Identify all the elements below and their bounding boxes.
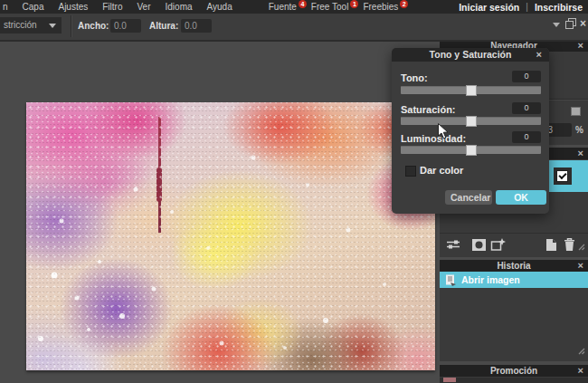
hue-value-field[interactable]: 0 [512,71,541,82]
sign-up-link[interactable]: Inscribirse [535,2,583,13]
layer-style-icon[interactable] [490,238,507,255]
hue-slider-handle[interactable] [466,85,477,96]
close-icon[interactable]: × [580,18,586,29]
navigator-zoom-unit: % [575,125,583,135]
promotion-panel-titlebar[interactable]: Promoción × [440,365,588,377]
menu-item-free-tool[interactable]: Free Tool 1 [304,2,356,12]
colorize-checkbox[interactable] [405,166,416,177]
layer-mask-icon[interactable] [471,238,487,255]
close-icon[interactable]: × [578,260,583,272]
lightness-slider[interactable] [401,146,541,154]
history-item-open-image[interactable]: Abrir imagen [440,272,588,288]
saturation-value-field[interactable]: 0 [512,102,541,114]
chevron-down-icon[interactable] [553,23,560,27]
delete-layer-icon[interactable] [564,238,575,255]
dialog-title: Tono y Saturación [430,49,512,60]
layer-visibility-checkbox[interactable] [556,170,568,182]
toolbar-divider [71,15,72,37]
hue-label: Tono: [401,72,428,83]
panel-resize-handle[interactable] [578,238,585,254]
paint-splatter-dots [26,102,28,104]
menu-item-free-tool-label: Free Tool [311,2,349,12]
lightness-value-field[interactable]: 0 [512,131,541,143]
menu-item-freebies[interactable]: Freebies 2 [356,2,405,12]
toolbar-window-controls: × [553,18,586,29]
ok-button[interactable]: OK [496,190,546,205]
history-item-label: Abrir imagen [461,274,520,285]
history-panel-title: Historia [497,261,530,271]
menu-item-filtro[interactable]: Filtro [95,2,129,12]
height-label: Altura: [149,21,178,31]
lightness-label: Luminosidad: [401,133,466,144]
colorize-label: Dar color [420,165,463,176]
notification-badge: 2 [400,0,408,8]
hue-slider[interactable] [401,86,541,94]
saturation-slider[interactable] [401,117,541,125]
menu-item-fuente[interactable]: Fuente 4 [261,2,304,12]
menu-item-ver[interactable]: Ver [130,2,158,12]
history-panel-titlebar[interactable]: Historia × [440,260,588,272]
menu-item-fuente-label: Fuente [269,2,297,12]
menu-item-capa[interactable]: Capa [15,2,52,12]
width-field[interactable]: 0.0 [110,19,141,33]
close-icon[interactable]: × [536,48,542,62]
promotion-panel: Promoción × [440,365,588,383]
layer-visibility-frame [554,168,572,185]
chevron-down-icon [49,24,56,28]
dialog-titlebar[interactable]: Tono y Saturación × [392,48,549,62]
promotion-panel-body [440,378,588,383]
navigator-zoom-slider-handle[interactable] [571,107,581,116]
layers-panel-footer [440,233,588,257]
menu-item-ayuda[interactable]: Ayuda [200,2,240,12]
cancel-button[interactable]: Cancelar [445,190,492,205]
hue-saturation-dialog: Tono y Saturación × Tono: 0 Saturación: … [392,48,549,214]
panel-resize-handle[interactable] [578,342,585,359]
promotion-panel-title: Promoción [490,366,537,376]
width-label: Ancho: [78,21,109,31]
menu-item-freebies-label: Freebies [363,2,398,12]
canvas-image[interactable] [26,102,435,370]
lightness-slider-handle[interactable] [466,145,477,156]
saturation-slider-handle[interactable] [466,116,477,127]
menu-item-partial[interactable]: n [0,2,15,12]
history-panel: Historia × Abrir imagen [440,260,588,361]
saturation-label: Saturación: [401,104,456,115]
promotion-thumbnail [443,378,456,382]
close-icon[interactable]: × [578,365,583,377]
height-field[interactable]: 0.0 [181,19,212,33]
menu-item-ajustes[interactable]: Ajustes [51,2,95,12]
document-icon [445,274,457,286]
sign-in-link[interactable]: Iniciar sesión [459,2,519,13]
app-window: n Capa Ajustes Filtro Ver Idioma Ayuda F… [0,0,588,383]
menu-bar: n Capa Ajustes Filtro Ver Idioma Ayuda F… [0,0,588,14]
layer-settings-icon[interactable] [446,238,460,254]
constraint-dropdown[interactable]: stricción [0,17,62,34]
constraint-dropdown-value: stricción [4,20,37,30]
paint-streak [158,117,161,233]
close-icon[interactable]: × [578,148,583,159]
tool-options-bar: stricción Ancho: 0.0 Altura: 0.0 × [0,14,588,42]
menu-item-idioma[interactable]: Idioma [158,2,200,12]
restore-window-icon[interactable] [565,19,574,28]
auth-links: Iniciar sesión | Inscribirse [459,2,588,13]
new-layer-icon[interactable] [545,238,557,255]
auth-divider: | [526,2,528,12]
